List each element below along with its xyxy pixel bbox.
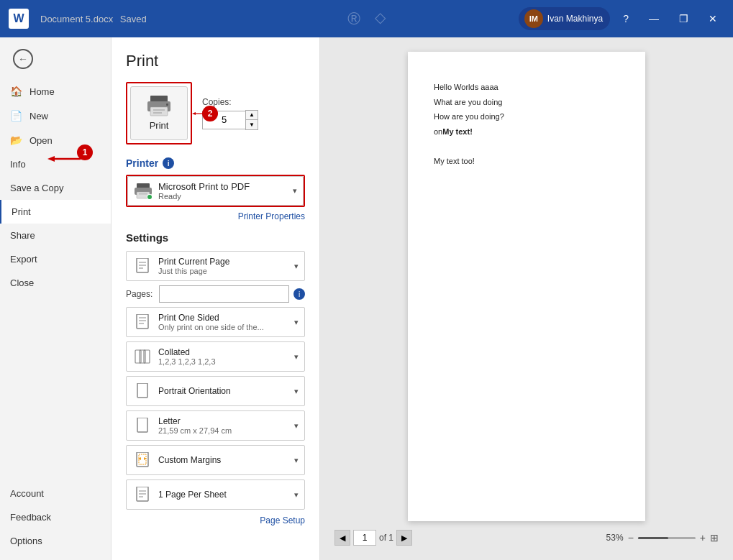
copies-down-button[interactable]: ▼	[246, 120, 258, 129]
print-button[interactable]: Print	[130, 86, 188, 140]
copies-up-button[interactable]: ▲	[246, 111, 258, 120]
help-button[interactable]: ?	[616, 10, 636, 27]
content-area: Print	[111, 37, 733, 560]
zoom-slider-fill	[638, 537, 668, 539]
minimize-button[interactable]: —	[642, 10, 666, 27]
printer-section: Printer i	[126, 157, 305, 221]
margins-dropdown-arrow: ▾	[294, 456, 299, 465]
setting-main-collate: Collated	[158, 347, 288, 357]
svg-rect-5	[166, 104, 168, 106]
annotation-arrow-1	[47, 153, 81, 165]
svg-rect-26	[137, 418, 147, 432]
zoom-out-button[interactable]: −	[627, 532, 635, 543]
print-title: Print	[126, 52, 305, 70]
zoom-fit-button[interactable]: ⊞	[710, 532, 719, 543]
settings-label: Settings	[126, 231, 305, 244]
preview-page: Hello Worlds aaaa What are you doing How…	[408, 52, 645, 521]
sidebar-item-feedback[interactable]: Feedback	[0, 505, 111, 529]
sidebar-label-print: Print	[12, 206, 31, 217]
sidebar-item-options[interactable]: Options	[0, 529, 111, 553]
setting-main-size: Letter	[158, 416, 288, 426]
preview-line-2: What are you doing	[434, 96, 619, 109]
sidebar-label-home: Home	[29, 86, 55, 97]
annotation-arrow-2	[192, 108, 214, 119]
preview-line-6: My text too!	[434, 155, 619, 168]
preview-line-3: How are you doing?	[434, 110, 619, 124]
main-layout: ← 🏠 Home 📄 New 📂 Open Info Save a Copy P…	[0, 37, 733, 560]
sidebar-item-account[interactable]: Account	[0, 482, 111, 505]
setting-text-collate: Collated 1,2,3 1,2,3 1,2,3	[158, 347, 288, 366]
orientation-icon	[132, 381, 152, 401]
setting-row-pages-per-sheet[interactable]: 1 Page Per Sheet ▾	[126, 479, 305, 510]
sidebar-item-open[interactable]: 📂 Open	[0, 128, 111, 152]
maximize-button[interactable]: ❐	[672, 10, 696, 27]
close-button[interactable]: ✕	[701, 10, 724, 27]
sidebar-item-save-copy[interactable]: Save a Copy	[0, 176, 111, 200]
page-number-input[interactable]	[353, 530, 376, 546]
setting-row-size[interactable]: Letter 21,59 cm x 27,94 cm ▾	[126, 410, 305, 441]
zoom-level: 53%	[606, 533, 624, 543]
sidebar-item-close[interactable]: Close	[0, 271, 111, 295]
preview-controls: ◀ of 1 ▶ 53% − + ⊞	[334, 530, 719, 546]
page-next-button[interactable]: ▶	[396, 530, 412, 546]
page-setup-link[interactable]: Page Setup	[126, 515, 305, 525]
svg-rect-2	[150, 107, 168, 116]
collate-dropdown-arrow: ▾	[294, 352, 299, 362]
printer-section-label: Printer i	[126, 157, 305, 169]
svg-point-13	[147, 195, 152, 199]
page-of-label: of 1	[379, 533, 393, 543]
svg-rect-23	[140, 350, 145, 363]
pages-input[interactable]	[159, 285, 289, 303]
print-button-row: Print 2 Copies:	[126, 82, 305, 144]
titlebar: W Document 5.docx Saved ® ◇ IM Ivan Makh…	[0, 0, 733, 37]
zoom-in-button[interactable]: +	[698, 532, 707, 543]
page-prev-button[interactable]: ◀	[334, 530, 350, 546]
svg-rect-3	[153, 109, 165, 111]
svg-rect-18	[137, 314, 148, 329]
svg-marker-7	[192, 112, 196, 115]
printer-icon	[146, 96, 172, 117]
copies-spinner: ▲ ▼	[245, 110, 258, 130]
sidebar-label-share: Share	[10, 230, 35, 241]
zoom-slider[interactable]	[638, 537, 696, 539]
sidebar-label-account: Account	[10, 488, 44, 499]
orientation-dropdown-arrow: ▾	[294, 387, 299, 396]
setting-row-sides[interactable]: Print One Sided Only print on one side o…	[126, 307, 305, 337]
printer-svg-icon	[134, 183, 152, 199]
printer-dropdown[interactable]: Microsoft Print to PDF Ready ▾	[127, 176, 304, 206]
sidebar-item-share[interactable]: Share	[0, 224, 111, 247]
sidebar-item-home[interactable]: 🏠 Home	[0, 79, 111, 104]
sidebar-label-new: New	[29, 111, 48, 121]
setting-row-collate[interactable]: Collated 1,2,3 1,2,3 1,2,3 ▾	[126, 341, 305, 372]
user-pill[interactable]: IM Ivan Makhinya	[519, 7, 610, 30]
zoom-controls: 53% − + ⊞	[606, 532, 719, 543]
word-logo: W	[9, 9, 29, 29]
doc-title: Document 5.docx Saved	[36, 14, 147, 24]
preview-line-4: onMy text!	[434, 125, 619, 139]
svg-rect-25	[137, 383, 147, 398]
setting-row-pages[interactable]: Print Current Page Just this page ▾	[126, 251, 305, 281]
page-nav: ◀ of 1 ▶	[334, 530, 412, 546]
pages-per-sheet-icon	[132, 485, 152, 505]
sidebar-item-print[interactable]: Print	[0, 200, 111, 224]
sidebar-item-new[interactable]: 📄 New	[0, 104, 111, 128]
setting-text-size: Letter 21,59 cm x 27,94 cm	[158, 416, 288, 435]
sidebar: ← 🏠 Home 📄 New 📂 Open Info Save a Copy P…	[0, 37, 111, 560]
setting-row-orientation[interactable]: Portrait Orientation ▾	[126, 376, 305, 406]
setting-text-margins: Custom Margins	[158, 455, 288, 465]
pages-field-info-icon[interactable]: i	[293, 288, 305, 300]
printer-status: Ready	[158, 192, 287, 201]
printer-name: Microsoft Print to PDF	[158, 181, 287, 192]
home-icon: 🏠	[10, 86, 22, 97]
pages-dropdown-arrow: ▾	[294, 262, 299, 271]
back-button[interactable]: ←	[4, 43, 106, 75]
printer-info-icon[interactable]: i	[163, 157, 174, 169]
collate-icon	[132, 346, 152, 367]
svg-rect-22	[135, 350, 141, 363]
setting-row-margins[interactable]: Custom Margins ▾	[126, 445, 305, 475]
setting-sub-sides: Only print on one side of the...	[158, 323, 288, 331]
printer-properties-link[interactable]: Printer Properties	[126, 211, 305, 221]
sidebar-item-export[interactable]: Export	[0, 247, 111, 271]
svg-rect-8	[137, 183, 150, 188]
svg-rect-24	[144, 350, 150, 363]
